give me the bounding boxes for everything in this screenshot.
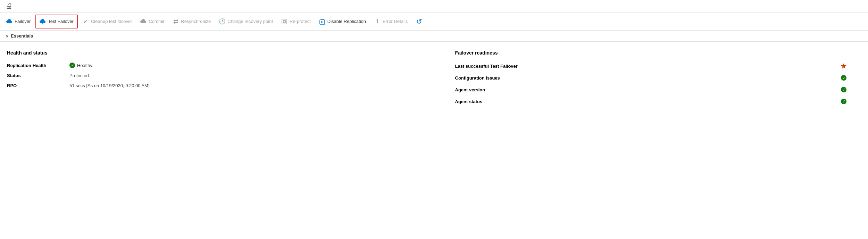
error-details-button[interactable]: ℹ Error Details [371,15,411,28]
disable-replication-label: Disable Replication [327,19,366,24]
resynchronize-icon: ⇄ [173,18,179,25]
replication-health-row: Replication Health ✓ Healthy [7,63,413,68]
configuration-issues-row: Configuration issues ✓ [455,74,861,81]
rpo-row: RPO 51 secs [As on 10/19/2020, 9:20:00 A… [7,83,413,88]
svg-rect-0 [282,19,287,24]
resynchronize-button[interactable]: ⇄ Resynchronize [169,15,214,28]
commit-button[interactable]: Commit [137,15,168,28]
toolbar: Failover Test Failover ✓ Cleanup test fa… [0,13,868,31]
print-icon[interactable]: 🖨 [6,2,12,10]
change-recovery-point-label: Change recovery point [227,19,273,24]
change-recovery-point-icon: 🕐 [219,18,225,25]
replication-health-label: Replication Health [7,63,69,68]
re-protect-label: Re-protect [290,19,311,24]
configuration-issues-icon: ✓ [840,74,847,81]
section-divider [434,50,434,110]
health-status-section: Health and status Replication Health ✓ H… [7,50,413,110]
commit-icon [140,18,147,25]
re-protect-icon [281,18,287,25]
essentials-chevron-icon: ∨ [6,34,9,39]
agent-status-label: Agent status [455,99,483,104]
top-bar: 🖨 [0,0,868,13]
re-protect-button[interactable]: Re-protect [278,15,314,28]
rpo-value: 51 secs [As on 10/19/2020, 9:20:00 AM] [69,83,150,88]
cleanup-icon: ✓ [83,18,89,25]
failover-icon [6,18,12,25]
status-row: Status Protected [7,73,413,78]
rpo-label: RPO [7,83,69,88]
agent-version-icon: ✓ [840,86,847,93]
health-status-title: Health and status [7,50,413,56]
disable-replication-button[interactable]: Disable Replication [316,15,369,28]
svg-rect-1 [320,20,325,24]
disable-replication-icon [319,18,325,25]
cleanup-test-failover-button[interactable]: ✓ Cleanup test failover [79,15,136,28]
agent-version-label: Agent version [455,87,485,92]
status-value: Protected [69,73,89,78]
essentials-bar[interactable]: ∨ Essentials [0,31,868,42]
failover-label: Failover [15,19,31,24]
agent-version-row: Agent version ✓ [455,86,861,93]
agent-status-icon: ✓ [840,98,847,105]
svg-marker-4 [841,63,846,69]
test-failover-label: Test Failover [48,19,74,24]
agent-status-row: Agent status ✓ [455,98,861,105]
cleanup-test-failover-label: Cleanup test failover [91,19,132,24]
error-details-icon: ℹ [374,18,381,25]
replication-health-status-icon: ✓ [69,63,75,68]
configuration-issues-label: Configuration issues [455,75,500,81]
failover-readiness-section: Failover readiness Last successful Test … [455,50,861,110]
replication-health-value: ✓ Healthy [69,63,92,68]
last-successful-test-failover-row: Last successful Test Failover [455,63,861,69]
refresh-icon: ↺ [416,18,422,25]
test-failover-icon [40,18,46,25]
commit-label: Commit [149,19,164,24]
error-details-label: Error Details [383,19,408,24]
main-content: Health and status Replication Health ✓ H… [0,42,868,118]
test-failover-button[interactable]: Test Failover [35,15,78,28]
refresh-button[interactable]: ↺ [412,15,426,28]
change-recovery-point-button[interactable]: 🕐 Change recovery point [216,15,276,28]
last-successful-test-failover-icon [840,63,847,69]
essentials-label: Essentials [11,33,33,39]
failover-button[interactable]: Failover [3,15,34,28]
last-successful-test-failover-label: Last successful Test Failover [455,64,518,69]
resynchronize-label: Resynchronize [181,19,211,24]
failover-readiness-title: Failover readiness [455,50,861,56]
status-label: Status [7,73,69,78]
